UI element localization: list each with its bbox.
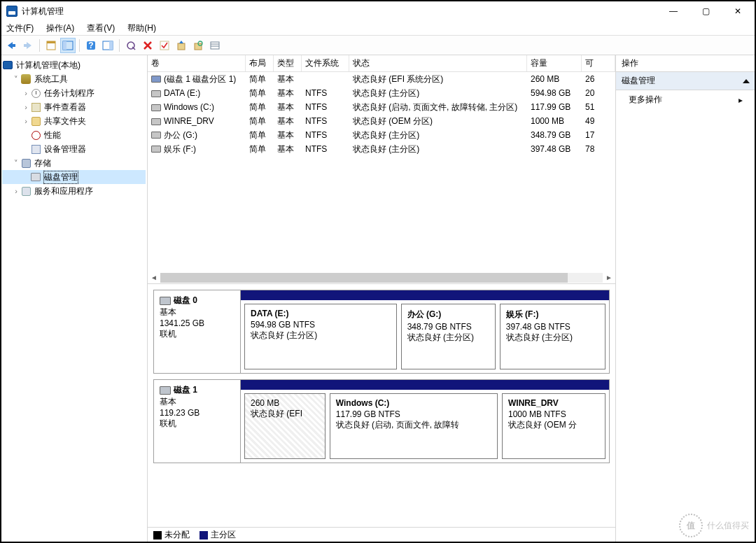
menu-action[interactable]: 操作(A) — [45, 22, 76, 35]
volume-icon — [151, 146, 161, 153]
expand-icon[interactable]: › — [12, 187, 20, 195]
partition-cell[interactable]: 娱乐 (F:)397.48 GB NTFS状态良好 (主分区) — [500, 304, 606, 369]
legend-primary-swatch — [200, 531, 208, 540]
col-free: 可 — [582, 55, 615, 71]
tree-device-manager[interactable]: 设备管理器 — [2, 142, 146, 156]
tree-system-tools[interactable]: ˅系统工具 — [2, 72, 146, 86]
disk-info: 磁盘 0基本1341.25 GB联机 — [154, 290, 241, 373]
close-button[interactable]: ✕ — [722, 1, 754, 22]
partition-cell[interactable]: DATA (E:)594.98 GB NTFS状态良好 (主分区) — [244, 304, 397, 369]
legend: 未分配 主分区 — [148, 527, 615, 542]
legend-unallocated-label: 未分配 — [164, 530, 190, 540]
disk-icon — [160, 386, 171, 395]
expand-icon[interactable]: › — [22, 103, 30, 111]
action-2-button[interactable] — [174, 38, 189, 53]
disk-info: 磁盘 1基本119.23 GB联机 — [154, 380, 241, 463]
tree-task-scheduler[interactable]: ›任务计划程序 — [2, 86, 146, 100]
svg-marker-1 — [24, 42, 31, 49]
app-icon — [6, 6, 18, 17]
col-capacity: 容量 — [527, 55, 582, 71]
expand-icon[interactable]: › — [22, 117, 30, 125]
window-title: 计算机管理 — [22, 6, 657, 17]
col-type: 类型 — [274, 55, 302, 71]
tree-root[interactable]: 计算机管理(本地) — [2, 58, 146, 72]
partition-cell[interactable]: WINRE_DRV1000 MB NTFS状态良好 (OEM 分 — [502, 393, 606, 459]
scroll-right-icon[interactable]: ► — [606, 274, 612, 281]
col-volume: 卷 — [148, 55, 246, 71]
svg-rect-9 — [109, 41, 113, 50]
svg-rect-14 — [160, 41, 169, 50]
horizontal-scrollbar[interactable]: ◄ ► — [148, 272, 615, 283]
partition-cell[interactable]: 260 MB状态良好 (EFI — [244, 393, 326, 459]
disk-block[interactable]: 磁盘 0基本1341.25 GB联机DATA (E:)594.98 GB NTF… — [153, 290, 610, 374]
tree-disk-management[interactable]: 磁盘管理 — [2, 170, 146, 184]
volume-row[interactable]: 办公 (G:)简单基本NTFS状态良好 (主分区)348.79 GB17 — [148, 128, 615, 142]
volume-list: 卷 布局 类型 文件系统 状态 容量 可 (磁盘 1 磁盘分区 1)简单基本状态… — [148, 55, 615, 284]
delete-button[interactable] — [140, 38, 155, 53]
scroll-left-icon[interactable]: ◄ — [150, 274, 158, 281]
legend-unallocated-swatch — [153, 531, 162, 540]
chevron-right-icon: ▸ — [738, 95, 743, 105]
minimize-button[interactable]: — — [657, 1, 690, 22]
volume-icon — [151, 90, 161, 97]
menu-view[interactable]: 查看(V) — [85, 22, 116, 35]
toolbar: ? — [1, 36, 755, 55]
nav-forward-button[interactable] — [20, 38, 36, 53]
volume-row[interactable]: WINRE_DRV简单基本NTFS状态良好 (OEM 分区)1000 MB49 — [148, 114, 615, 128]
svg-rect-15 — [178, 43, 185, 50]
volume-icon — [151, 104, 161, 111]
volume-icon — [151, 76, 161, 83]
col-fs: 文件系统 — [302, 55, 349, 71]
help-button[interactable]: ? — [83, 38, 99, 53]
nav-back-button[interactable] — [4, 38, 19, 53]
collapse-icon — [743, 79, 750, 83]
volume-icon — [151, 132, 161, 139]
tree-shared-folders[interactable]: ›共享文件夹 — [2, 114, 146, 128]
menu-bar: 文件(F) 操作(A) 查看(V) 帮助(H) — [1, 22, 755, 36]
collapse-icon[interactable]: ˅ — [12, 75, 20, 84]
actions-pane: 操作 磁盘管理 更多操作▸ — [615, 55, 755, 542]
actions-more[interactable]: 更多操作▸ — [616, 90, 755, 109]
svg-marker-0 — [8, 42, 15, 49]
svg-text:?: ? — [88, 41, 93, 50]
volume-row[interactable]: DATA (E:)简单基本NTFS状态良好 (主分区)594.98 GB20 — [148, 86, 615, 100]
tree-performance[interactable]: 性能 — [2, 128, 146, 142]
actions-section[interactable]: 磁盘管理 — [616, 72, 755, 90]
partition-cell[interactable]: 办公 (G:)348.79 GB NTFS状态良好 (主分区) — [401, 304, 496, 369]
menu-help[interactable]: 帮助(H) — [126, 22, 158, 35]
action-3-button[interactable] — [190, 38, 206, 53]
partition-cell[interactable]: Windows (C:)117.99 GB NTFS状态良好 (启动, 页面文件… — [330, 393, 498, 459]
title-bar: 计算机管理 — ▢ ✕ — [1, 1, 755, 22]
actions-header: 操作 — [616, 55, 755, 72]
navigation-tree[interactable]: 计算机管理(本地) ˅系统工具 ›任务计划程序 ›事件查看器 ›共享文件夹 性能… — [1, 55, 148, 542]
svg-rect-5 — [63, 41, 66, 50]
check-button[interactable] — [157, 38, 172, 53]
col-layout: 布局 — [246, 55, 274, 71]
tree-storage[interactable]: ˅存储 — [2, 156, 146, 170]
tree-services-apps[interactable]: ›服务和应用程序 — [2, 184, 146, 198]
svg-marker-16 — [179, 41, 183, 43]
watermark: 值什么值得买 — [679, 514, 749, 537]
col-status: 状态 — [349, 55, 527, 71]
maximize-button[interactable]: ▢ — [690, 1, 722, 22]
disk-block[interactable]: 磁盘 1基本119.23 GB联机260 MB状态良好 (EFIWindows … — [153, 379, 610, 463]
panel-view-button[interactable] — [60, 38, 76, 53]
settings-mode-button[interactable] — [100, 38, 115, 53]
svg-rect-3 — [47, 41, 55, 43]
disk-diagram-panel: 磁盘 0基本1341.25 GB联机DATA (E:)594.98 GB NTF… — [148, 284, 615, 527]
volume-row[interactable]: Windows (C:)简单基本NTFS状态良好 (启动, 页面文件, 故障转储… — [148, 100, 615, 114]
volume-row[interactable]: (磁盘 1 磁盘分区 1)简单基本状态良好 (EFI 系统分区)260 MB26 — [148, 72, 615, 86]
action-1-button[interactable] — [123, 38, 139, 53]
menu-file[interactable]: 文件(F) — [5, 22, 35, 35]
expand-icon[interactable]: › — [22, 89, 30, 97]
tree-event-viewer[interactable]: ›事件查看器 — [2, 100, 146, 114]
volume-row[interactable]: 娱乐 (F:)简单基本NTFS状态良好 (主分区)397.48 GB78 — [148, 142, 615, 156]
disk-icon — [160, 297, 171, 305]
legend-primary-label: 主分区 — [211, 530, 236, 540]
list-button[interactable] — [207, 38, 223, 53]
show-hide-tree-button[interactable] — [43, 38, 59, 53]
volume-list-header[interactable]: 卷 布局 类型 文件系统 状态 容量 可 — [148, 55, 615, 72]
svg-rect-19 — [211, 42, 219, 49]
volume-icon — [151, 118, 161, 125]
collapse-icon[interactable]: ˅ — [12, 159, 20, 168]
